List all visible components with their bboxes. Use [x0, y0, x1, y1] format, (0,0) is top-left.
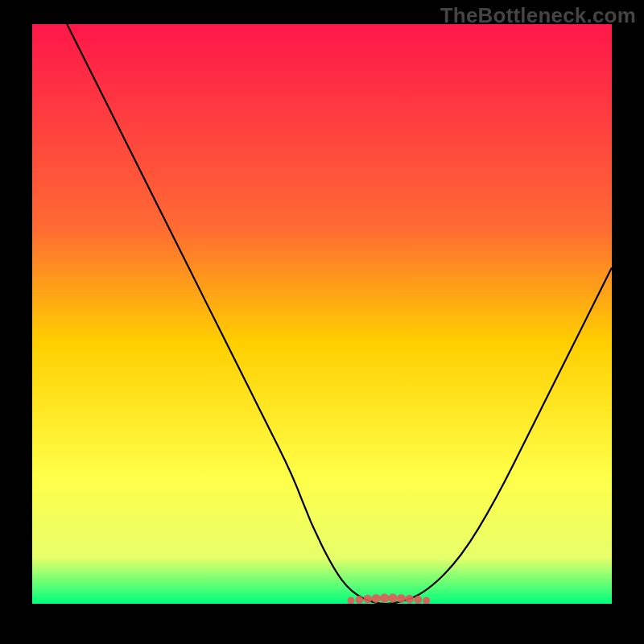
- chart-frame: TheBottleneck.com: [0, 0, 644, 644]
- marker-dot: [406, 595, 415, 604]
- gradient-background: [32, 24, 612, 604]
- marker-dot: [388, 593, 397, 602]
- marker-dot: [380, 593, 389, 602]
- plot-area: [32, 24, 612, 604]
- chart-svg: [32, 24, 612, 604]
- marker-dot: [414, 596, 422, 604]
- marker-dot: [356, 596, 364, 604]
- watermark-text: TheBottleneck.com: [440, 3, 636, 28]
- marker-dot: [372, 594, 381, 603]
- marker-dot: [397, 594, 406, 603]
- marker-dot: [364, 595, 373, 604]
